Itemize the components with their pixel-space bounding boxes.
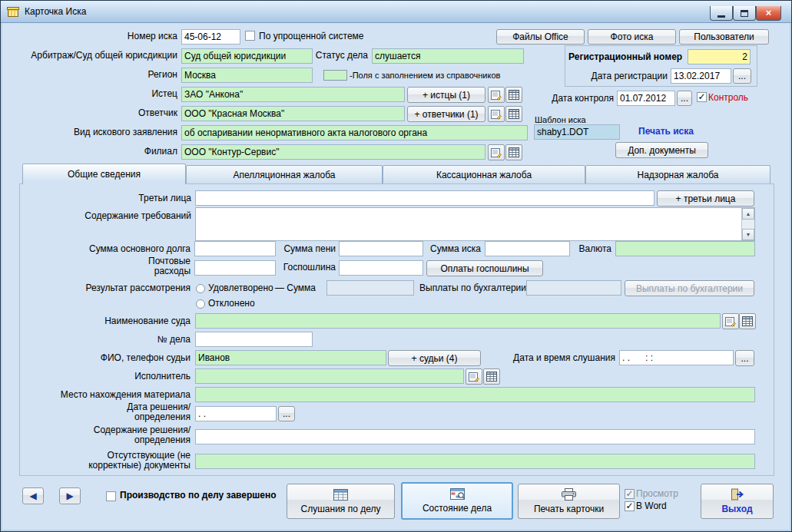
judges-list-button[interactable]: + судьи (4)	[388, 350, 481, 366]
office-files-button[interactable]: Файлы Office	[496, 29, 585, 45]
branch-field[interactable]: ООО "Контур-Сервис"	[181, 144, 485, 160]
claim-sum-field[interactable]	[485, 241, 570, 256]
missing-docs-field[interactable]	[195, 454, 755, 469]
decision-content-field[interactable]	[195, 429, 755, 444]
next-record-button[interactable]: ▶	[59, 487, 81, 504]
executor-table-button[interactable]	[483, 368, 500, 385]
court-name-field[interactable]	[195, 313, 721, 329]
scroll-down-button[interactable]: ▼	[742, 229, 754, 240]
case-state-button-label: Состояние дела	[423, 503, 492, 514]
result-label: Результат рассмотрения	[8, 283, 191, 293]
app-icon	[7, 6, 19, 18]
maximize-icon	[741, 10, 748, 17]
region-field[interactable]: Москва	[181, 68, 313, 83]
extra-documents-button[interactable]: Доп. документы	[615, 142, 708, 158]
exit-button[interactable]: Выход	[701, 484, 774, 519]
claim-template-field[interactable]: shaby1.DOT	[534, 124, 620, 140]
print-claim-link[interactable]: Печать иска	[623, 127, 709, 137]
hearings-button[interactable]: Слушания по делу	[287, 484, 395, 519]
reg-number-field[interactable]: 2	[688, 49, 751, 64]
currency-label: Валюта	[570, 244, 611, 254]
court-name-label: Наименование суда	[8, 316, 191, 326]
decision-date-picker-button[interactable]: ...	[278, 406, 295, 421]
case-completed-checkbox[interactable]	[106, 491, 116, 501]
table-icon	[742, 316, 753, 326]
table-icon	[509, 147, 519, 157]
plaintiff-label: Истец	[8, 89, 177, 99]
titlebar[interactable]: Карточка Иска	[1, 1, 791, 23]
missing-docs-label: Отсутствующие (не корректные) документы	[8, 451, 191, 471]
case-status-label: Статус дела	[314, 51, 368, 61]
claim-photo-button[interactable]: Фото иска	[588, 29, 676, 45]
defendant-field[interactable]: ООО "Красная Москва"	[181, 106, 405, 121]
case-number-field[interactable]: 45-06-12	[181, 29, 240, 45]
duty-payments-button[interactable]: Оплаты госпошлины	[426, 260, 543, 276]
hearing-datetime-label: Дата и время слушания	[509, 353, 615, 363]
judge-label: ФИО, телефон судьи	[8, 353, 191, 363]
printer-icon	[562, 488, 576, 501]
accounting-payments-label: Выплаты по бухгалтерии	[419, 283, 526, 293]
penalty-field[interactable]	[339, 241, 423, 256]
judge-field[interactable]: Иванов	[195, 350, 386, 365]
in-word-checkbox-label: В Word	[636, 501, 667, 511]
plaintiff-card-button[interactable]	[488, 87, 505, 103]
form-icon	[469, 372, 479, 382]
minimize-icon	[717, 15, 725, 18]
hearing-datetime-picker-button[interactable]: ...	[735, 350, 754, 366]
branch-table-button[interactable]	[505, 144, 522, 160]
tab-general[interactable]: Общие сведения	[22, 164, 186, 184]
tab-cassation[interactable]: Кассационная жалоба	[383, 165, 585, 184]
control-date-field[interactable]: 01.07.2012	[617, 91, 675, 106]
simplified-system-checkbox[interactable]	[245, 31, 255, 41]
print-card-button[interactable]: Печать карточки	[518, 484, 620, 519]
duty-field[interactable]	[339, 260, 423, 276]
court-type-field[interactable]: Суд общей юрисдикции	[181, 48, 313, 64]
users-button[interactable]: Пользователи	[679, 29, 769, 45]
hearing-datetime-field[interactable]: . . : :	[619, 350, 734, 365]
defendant-card-button[interactable]	[488, 106, 505, 122]
claim-card-window: Карточка Иска × Номер иска 45-06-12 По у…	[0, 0, 792, 532]
claims-content-label: Содержание требований	[16, 211, 191, 221]
close-button[interactable]: ×	[756, 6, 781, 21]
tab-supervisory[interactable]: Надзорная жалоба	[585, 165, 770, 184]
third-parties-field[interactable]	[195, 190, 654, 206]
case-status-field[interactable]: слушается	[372, 48, 524, 64]
plaintiffs-list-button[interactable]: + истцы (1)	[407, 87, 485, 103]
satisfied-radio[interactable]	[196, 284, 205, 293]
claim-type-field[interactable]: об оспаривании ненормативного акта налог…	[181, 125, 528, 140]
scroll-up-button[interactable]: ▲	[742, 208, 754, 220]
defendant-table-button[interactable]	[505, 106, 522, 122]
currency-field[interactable]	[615, 241, 755, 256]
postal-costs-field[interactable]	[194, 260, 276, 276]
plaintiff-table-button[interactable]	[505, 87, 522, 103]
branch-card-button[interactable]	[488, 144, 505, 160]
rejected-radio[interactable]	[196, 299, 205, 309]
control-checkbox-label: Контроль	[708, 93, 748, 103]
check-icon: ✓	[625, 489, 633, 499]
third-parties-list-button[interactable]: + третьи лица	[657, 190, 754, 207]
main-debt-label: Сумма основного долга	[8, 244, 191, 254]
main-debt-field[interactable]	[194, 241, 276, 256]
case-no-field[interactable]	[195, 332, 313, 347]
case-state-button[interactable]: Состояние дела	[401, 482, 513, 520]
claims-content-scrollbar[interactable]: ▲ ▼	[741, 208, 754, 240]
court-card-button[interactable]	[722, 313, 739, 329]
executor-field[interactable]	[195, 368, 464, 384]
control-checkbox[interactable]: ✓	[697, 92, 707, 102]
material-location-field[interactable]	[195, 387, 755, 402]
reg-date-picker-button[interactable]: ...	[733, 68, 751, 84]
reg-date-field[interactable]: 13.02.2017	[671, 68, 731, 84]
in-word-checkbox[interactable]: ✓	[625, 501, 635, 511]
claims-content-textarea[interactable]: ▲ ▼	[195, 207, 755, 241]
maximize-button[interactable]	[733, 6, 756, 21]
court-table-button[interactable]	[739, 313, 756, 329]
decision-date-field[interactable]: . .	[195, 406, 277, 421]
defendants-list-button[interactable]: + ответчики (1)	[407, 106, 485, 122]
duty-label: Госпошлина	[277, 263, 336, 273]
minimize-button[interactable]	[710, 6, 733, 21]
control-date-picker-button[interactable]: ...	[677, 91, 692, 106]
prev-record-button[interactable]: ◀	[22, 487, 44, 504]
executor-card-button[interactable]	[466, 368, 482, 385]
plaintiff-field[interactable]: ЗАО "Анкона"	[181, 87, 405, 102]
tab-appeal[interactable]: Апелляционная жалоба	[186, 165, 383, 184]
